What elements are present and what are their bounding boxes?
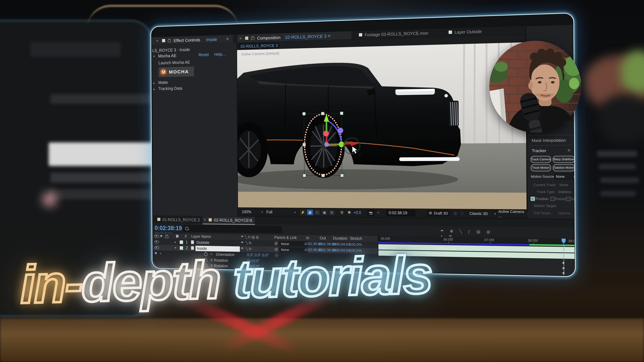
timeline-toolbar-icons[interactable]: ☂ ✾ ╲ ƒ ▤ ◍ ◑ ⊕ xyxy=(440,229,500,235)
viewer-timecode-chip[interactable]: 0:02:38:19 xyxy=(386,210,416,216)
in-column-header[interactable]: In xyxy=(306,236,309,240)
track-type-label: Track Type: xyxy=(537,190,556,194)
layer-visibility-icon[interactable] xyxy=(154,246,159,249)
track-motion-button[interactable]: Track Motion xyxy=(531,164,551,171)
mask-visibility-icon[interactable]: ⬠ xyxy=(314,209,321,215)
layer-tab[interactable]: Layer Outside xyxy=(454,29,482,34)
effect-name[interactable]: Mocha AE xyxy=(158,53,176,58)
layer-visibility-icon[interactable] xyxy=(154,240,159,244)
layer-name[interactable]: Outside xyxy=(196,241,210,245)
resolution-dropdown[interactable]: Full ▾ xyxy=(265,209,298,215)
parent-dropdown[interactable]: None ▾ xyxy=(279,241,307,247)
effect-controls-breadcrumb: LS_ROYCE 3 · Inside xyxy=(152,48,190,53)
position-checkbox[interactable] xyxy=(531,197,535,201)
panel-menu-icon[interactable]: ≡ xyxy=(328,33,330,38)
pickwhip-icon[interactable]: @ xyxy=(274,242,278,245)
lock-icon[interactable] xyxy=(251,37,254,40)
layer-switches[interactable]: ☂ ╲ fx xyxy=(241,241,252,245)
matte-row[interactable]: Matte xyxy=(158,80,168,85)
timeline-tab-2-active[interactable]: × 02-ROLLS_ROYCE 3 ≡ xyxy=(202,216,255,225)
layer-name-column-header[interactable]: Layer Name xyxy=(191,235,211,239)
footage-tab[interactable]: Footage 03-ROLLS_ROYCE.mov xyxy=(364,31,428,37)
3d-views-icon[interactable]: ▥ xyxy=(452,210,459,216)
3d-ground-icon[interactable]: ▢ xyxy=(459,210,466,216)
exposure-icon[interactable]: ❋ xyxy=(346,210,352,215)
out-column-header[interactable]: Out xyxy=(320,236,326,240)
panel-menu-icon[interactable]: ≡ xyxy=(568,148,570,152)
layer-duration[interactable]: 0:00:04:04 xyxy=(332,242,350,246)
fast-preview-icon[interactable]: ⚡ xyxy=(300,209,306,215)
layer-label-chip[interactable] xyxy=(180,246,183,250)
composition-tab-name[interactable]: 02-ROLLS_ROYCE 3 xyxy=(285,34,326,39)
effect-help-link[interactable]: Help... xyxy=(214,52,226,56)
red-handle[interactable] xyxy=(323,131,329,136)
lock-icon[interactable] xyxy=(168,39,171,42)
edit-target-button[interactable]: Edit Target... xyxy=(534,211,553,215)
tracker-panel-header[interactable]: Tracker xyxy=(532,149,546,153)
view-camera-dropdown[interactable]: Active Camera ... ▾ xyxy=(496,211,530,217)
stretch-column-header[interactable]: Stretch xyxy=(350,237,362,241)
mocha-launch-button[interactable]: M MOCHA xyxy=(158,66,194,77)
scale-checkbox-label: Scale xyxy=(571,197,576,201)
blurred-row xyxy=(597,151,637,157)
tracking-expander-icon[interactable]: ▸ xyxy=(154,87,155,91)
composition-viewer[interactable]: x Active Camera (Default) xyxy=(237,42,526,210)
track-camera-button[interactable]: Track Camera xyxy=(531,156,551,163)
matte-expander-icon[interactable]: ▸ xyxy=(154,81,155,84)
timeline-search-box[interactable] xyxy=(183,225,282,233)
parent-value: None xyxy=(281,242,289,246)
region-of-interest-icon[interactable]: ▣ xyxy=(321,210,328,216)
timeline-tab-2: 02-ROLLS_ROYCE 3 xyxy=(214,218,252,223)
zoom-dropdown[interactable]: 100% ▾ xyxy=(240,209,264,215)
tracking-data-row[interactable]: Tracking Data xyxy=(158,86,182,91)
parent-link-column-header[interactable]: Parent & Link xyxy=(274,236,297,240)
guides-icon[interactable]: ⧉ xyxy=(328,210,335,216)
expander-icon[interactable]: ▾ xyxy=(174,246,176,249)
tab-close-icon[interactable]: × xyxy=(204,218,206,222)
effect-controls-tab-context: Inside xyxy=(206,37,217,42)
draft-3d-toggle[interactable]: ⚙ Draft 3D xyxy=(427,210,450,217)
layer-tab-chip xyxy=(448,30,452,34)
expander-icon[interactable]: ▸ xyxy=(174,240,176,244)
panel-menu-icon[interactable]: ≡ xyxy=(249,218,251,222)
effect-expander-icon[interactable]: ▾ xyxy=(153,55,155,58)
launch-mocha-label: Launch Mocha AE xyxy=(158,60,190,65)
panel-close-icon[interactable]: × xyxy=(156,39,158,43)
exposure-value[interactable]: +0,0 xyxy=(353,211,361,215)
channel-icon[interactable] xyxy=(340,211,344,214)
label-column-icon xyxy=(176,235,179,238)
lock-column-icon xyxy=(165,236,168,238)
effect-reset-link[interactable]: Reset xyxy=(198,53,209,57)
options-button[interactable]: Options... xyxy=(558,212,573,215)
duration-column-header[interactable]: Duration xyxy=(333,236,347,240)
warp-stabilizer-label: Warp Stabilizer xyxy=(554,158,574,161)
effect-controls-tab-title[interactable]: Effect Controls xyxy=(174,38,200,43)
warp-stabilizer-button[interactable]: Warp Stabilizer xyxy=(553,156,575,163)
breadcrumb-chip[interactable]: 02-ROLLS_ROYCE 3 xyxy=(239,42,280,49)
panel-color-chip xyxy=(162,39,165,42)
layer-label-chip[interactable] xyxy=(180,240,183,244)
timeline-timecode[interactable]: 0:02:38:19 xyxy=(155,225,182,231)
motion-target-label: Motion Target: xyxy=(534,204,556,208)
chevron-down-icon: ▾ xyxy=(262,210,263,214)
timeline-tab-1[interactable]: 01-ROLLS_ROYCE 2 xyxy=(162,218,200,222)
anchor-handle[interactable] xyxy=(324,142,329,147)
show-snapshot-icon[interactable]: 👁 xyxy=(375,210,382,216)
draft-3d-label: Draft 3D xyxy=(434,212,448,215)
panel-menu-icon[interactable]: ≡ xyxy=(226,36,229,41)
stabilize-motion-button[interactable]: Stabilize Motion xyxy=(553,164,575,171)
snapshot-camera-icon[interactable]: 📷 xyxy=(368,210,374,216)
cursor-axis-label: x xyxy=(358,152,362,157)
scale-checkbox[interactable] xyxy=(566,197,570,201)
composition-tab-title[interactable]: Composition xyxy=(257,35,280,40)
resolution-value: Full xyxy=(266,210,272,214)
renderer-dropdown[interactable]: Classic 3D ▾ xyxy=(468,210,498,217)
purple-handle[interactable] xyxy=(338,128,343,133)
panel-close-icon[interactable]: × xyxy=(239,36,242,40)
motion-source-dropdown[interactable]: None ▾ xyxy=(554,173,576,180)
transparency-grid-icon[interactable]: ▦ xyxy=(307,209,313,215)
blurred-row xyxy=(30,42,121,57)
rotation-checkbox[interactable] xyxy=(550,197,555,201)
mask-interpolation-panel-header[interactable]: Mask Interpolation xyxy=(532,138,566,143)
number-column-header: # xyxy=(185,234,187,238)
